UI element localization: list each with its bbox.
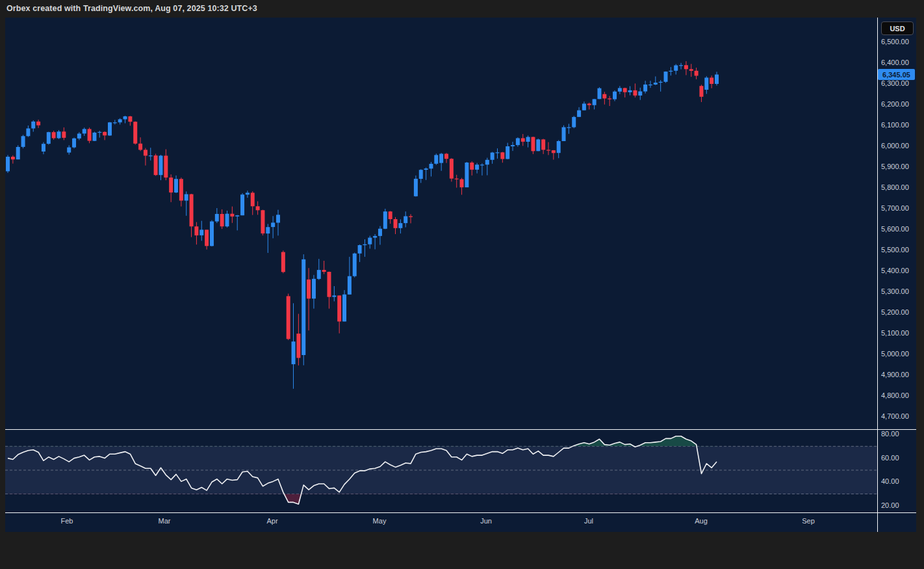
candle bbox=[62, 127, 66, 140]
month-label-mar: Mar bbox=[159, 517, 171, 525]
price-axis-label: 6,000.00 bbox=[881, 142, 909, 150]
candle bbox=[164, 150, 168, 181]
candle bbox=[689, 64, 693, 77]
candle bbox=[67, 145, 71, 154]
candle bbox=[194, 222, 198, 245]
candle bbox=[113, 120, 117, 124]
candle bbox=[506, 143, 509, 159]
candle bbox=[557, 140, 561, 158]
candle bbox=[149, 148, 153, 161]
candle bbox=[118, 118, 122, 125]
candle bbox=[710, 75, 713, 88]
candle bbox=[444, 153, 448, 163]
price-axis-label: 5,500.00 bbox=[881, 246, 909, 254]
candle bbox=[83, 127, 86, 136]
price-axis-label: 6,200.00 bbox=[881, 100, 909, 108]
rsi-axis-label: 60.00 bbox=[881, 454, 899, 462]
candle bbox=[169, 174, 173, 202]
candle bbox=[704, 76, 708, 94]
candle bbox=[16, 145, 20, 159]
candle bbox=[567, 124, 571, 133]
candle bbox=[465, 162, 468, 187]
candle bbox=[536, 139, 540, 151]
candle bbox=[133, 122, 137, 145]
candle bbox=[460, 178, 464, 195]
candlestick-chart-svg[interactable] bbox=[5, 18, 877, 532]
candle bbox=[296, 314, 300, 365]
candle bbox=[327, 272, 331, 309]
candle bbox=[317, 259, 321, 280]
candle bbox=[190, 194, 194, 237]
candle bbox=[363, 239, 366, 257]
month-label-apr: Apr bbox=[266, 517, 277, 525]
candle bbox=[562, 126, 566, 141]
candle bbox=[52, 131, 56, 140]
price-axis-label: 4,900.00 bbox=[881, 371, 909, 378]
candle bbox=[383, 209, 387, 229]
candle bbox=[11, 155, 15, 164]
candle bbox=[475, 163, 479, 174]
candle bbox=[358, 245, 362, 262]
last-price-label: 6,345.05 bbox=[878, 69, 915, 80]
candle bbox=[302, 254, 305, 365]
candle bbox=[389, 211, 392, 224]
candle bbox=[485, 158, 489, 176]
candle bbox=[659, 80, 663, 92]
candle bbox=[429, 162, 433, 176]
candle bbox=[225, 211, 229, 228]
candle bbox=[128, 116, 132, 126]
top-bar: Orbex created with TradingView.com, Aug … bbox=[0, 0, 924, 18]
candle bbox=[123, 116, 127, 124]
candle bbox=[292, 303, 296, 389]
candle bbox=[353, 253, 357, 278]
candle bbox=[394, 217, 398, 234]
candle bbox=[669, 67, 673, 75]
price-axis-label: 6,400.00 bbox=[881, 59, 909, 66]
candle bbox=[511, 142, 515, 151]
time-axis[interactable]: FebMarAprMayJunJulAugSep bbox=[5, 513, 877, 532]
candle bbox=[654, 77, 658, 85]
candle bbox=[439, 153, 443, 171]
candle bbox=[287, 294, 290, 340]
candle bbox=[546, 142, 550, 155]
candle bbox=[500, 152, 504, 163]
price-axis-label: 5,100.00 bbox=[881, 329, 909, 337]
candle bbox=[72, 138, 76, 149]
candle bbox=[643, 81, 647, 94]
candle bbox=[699, 85, 703, 102]
month-label-jun: Jun bbox=[480, 517, 492, 525]
price-axis-label: 5,000.00 bbox=[881, 350, 909, 358]
price-axis-label: 5,700.00 bbox=[881, 204, 909, 212]
currency-usd-button[interactable]: USD bbox=[881, 21, 914, 35]
candle bbox=[230, 207, 234, 223]
pane-separator[interactable] bbox=[5, 429, 916, 430]
candle bbox=[597, 87, 601, 99]
candle bbox=[679, 63, 683, 70]
candle bbox=[582, 101, 586, 110]
candle bbox=[373, 234, 377, 249]
candle bbox=[108, 122, 112, 136]
candle bbox=[185, 191, 188, 215]
candle bbox=[684, 61, 688, 75]
candle bbox=[266, 224, 270, 253]
candle bbox=[638, 88, 642, 100]
candle bbox=[608, 96, 611, 106]
candle bbox=[526, 135, 530, 147]
rsi-pane bbox=[5, 436, 877, 505]
candle bbox=[154, 154, 158, 176]
candle bbox=[348, 257, 352, 295]
rsi-axis[interactable]: 80.0060.0040.0020.00 bbox=[878, 430, 916, 512]
price-axis-label: 5,900.00 bbox=[881, 163, 909, 170]
candle bbox=[312, 275, 316, 309]
candle bbox=[628, 86, 632, 96]
candle bbox=[42, 142, 45, 155]
rsi-axis-label: 20.00 bbox=[881, 501, 899, 509]
candle bbox=[261, 210, 264, 235]
candle bbox=[674, 64, 678, 75]
attribution-text: Orbex created with TradingView.com, Aug … bbox=[6, 0, 257, 18]
candle bbox=[281, 250, 285, 273]
candle bbox=[541, 139, 545, 154]
candle bbox=[480, 163, 484, 176]
candle bbox=[159, 155, 162, 180]
candle bbox=[77, 132, 81, 140]
